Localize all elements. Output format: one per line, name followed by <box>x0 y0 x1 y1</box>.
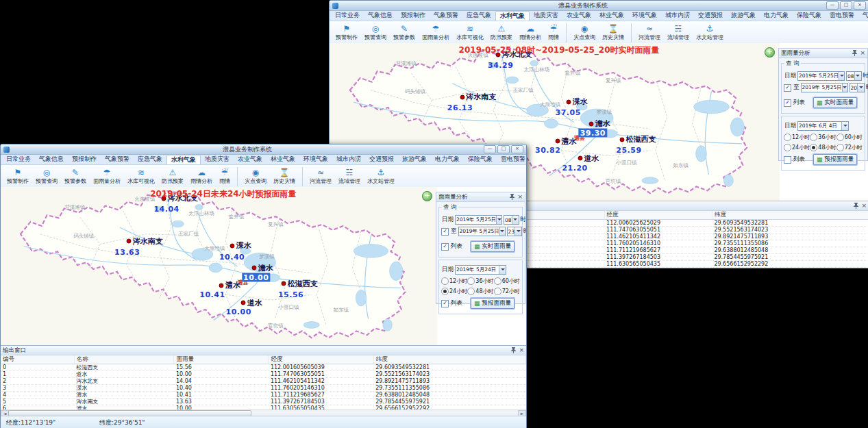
station-value-涔水北支[interactable]: 34.29 <box>488 61 513 70</box>
toolbar-button-面雨量分析[interactable]: ☂面雨量分析 <box>419 21 453 45</box>
toolbar-button-面雨量分析[interactable]: ☂面雨量分析 <box>90 165 124 188</box>
pin-icon[interactable] <box>852 50 857 56</box>
close-icon[interactable]: × <box>517 194 523 200</box>
tab-电力气象[interactable]: 电力气象 <box>760 11 793 21</box>
tab-交通预报[interactable]: 交通预报 <box>694 11 727 21</box>
realtime-area-rain-button[interactable]: ▦实时面雨量 <box>813 97 857 108</box>
tab-交通预报[interactable]: 交通预报 <box>365 155 398 164</box>
toolbar-button-预警制作[interactable]: ⚑预警制作 <box>3 165 32 188</box>
toolbar-button-防汛预案[interactable]: ⚠防汛预案 <box>487 21 516 45</box>
station-value-涔水北支[interactable]: 14.04 <box>153 205 179 214</box>
maximize-button[interactable]: □ <box>497 145 510 153</box>
tab-农业气象[interactable]: 农业气象 <box>234 155 266 164</box>
tab-气象信息[interactable]: 气象信息 <box>364 11 397 21</box>
toolbar-button-流域管理[interactable]: ☵流域管理 <box>664 21 693 45</box>
toolbar-button-水库可视化[interactable]: ≋水库可视化 <box>124 165 158 188</box>
toolbar-button-水文站管理[interactable]: ⚓水文站管理 <box>364 165 398 188</box>
maximize-button[interactable]: □ <box>840 1 852 10</box>
toolbar-button-预警查询[interactable]: ◎预警查询 <box>361 21 390 45</box>
toolbar-button-预警参数[interactable]: ✎预警参数 <box>390 21 419 45</box>
table-row[interactable]: 0松滋西支15.56112.00160560503929.60935495322… <box>1 364 526 371</box>
end-date-select[interactable]: 2019年 5月25日 <box>801 83 848 92</box>
toolbar-button-流域管理[interactable]: ☵流域管理 <box>335 165 364 188</box>
station-label-澹水[interactable]: 澹水 <box>589 118 610 129</box>
list-checkbox[interactable] <box>441 300 449 307</box>
station-value-澧水[interactable]: 30.82 <box>535 146 560 155</box>
duration-radio-36小时[interactable]: 36小时 <box>467 277 493 285</box>
end-hour-select[interactable]: 20 <box>850 83 865 92</box>
forecast-date-select[interactable]: 2019年 6月 4日 <box>797 121 849 131</box>
toolbar-button-预警参数[interactable]: ✎预警参数 <box>61 165 90 188</box>
tab-应急气象[interactable]: 应急气象 <box>462 11 495 21</box>
titlebar[interactable]: 澧县业务制作系统 — □ × <box>330 1 868 11</box>
map-area[interactable]: 2019-05-24日未来24小时预报面雨量 + 甘溪滩镇码头铺镇火连坡镇太浮山… <box>1 187 437 345</box>
pin-icon[interactable] <box>511 347 516 353</box>
station-value-涔水南支[interactable]: 26.13 <box>447 103 473 112</box>
titlebar[interactable]: 澧县业务制作系统 — □ × <box>1 144 526 155</box>
tab-农业气象[interactable]: 农业气象 <box>562 11 595 21</box>
start-hour-select[interactable]: 08 <box>846 71 862 81</box>
close-icon[interactable]: × <box>861 203 867 209</box>
station-label-道水[interactable]: 道水 <box>578 153 599 163</box>
tab-林业气象[interactable]: 林业气象 <box>595 11 628 21</box>
minimize-button[interactable]: — <box>484 145 496 153</box>
toolbar-button-防汛预案[interactable]: ⚠防汛预案 <box>158 165 187 188</box>
table-row[interactable]: 4澧水10.41111.71121968562729.6388012485048 <box>1 392 526 399</box>
tab-电力气象[interactable]: 电力气象 <box>431 155 464 164</box>
tab-气象信息[interactable]: 气象信息 <box>35 155 68 164</box>
tab-保险气象[interactable]: 保险气象 <box>793 11 826 21</box>
map-zoom-button[interactable]: + <box>422 191 432 201</box>
close-button[interactable]: × <box>511 145 523 153</box>
tab-雷电预警[interactable]: 雷电预警 <box>826 11 858 21</box>
start-date-select[interactable]: 2019年 5月25日 <box>455 215 502 225</box>
station-value-澧水[interactable]: 10.41 <box>199 290 225 299</box>
tab-应急气象[interactable]: 应急气象 <box>134 155 166 164</box>
toolbar-button-预警制作[interactable]: ⚑预警制作 <box>332 21 361 45</box>
pin-icon[interactable] <box>510 194 514 200</box>
forecast-area-rain-button[interactable]: ▦预报面雨量 <box>813 154 857 165</box>
station-value-渫水[interactable]: 37.05 <box>556 108 581 117</box>
pin-icon[interactable] <box>854 203 858 209</box>
duration-radio-24小时[interactable]: 24小时 <box>441 288 467 295</box>
station-label-松滋西支[interactable]: 松滋西支 <box>620 134 656 144</box>
tab-城市内涝[interactable]: 城市内涝 <box>332 155 365 164</box>
station-label-澧水[interactable]: 澧水 <box>219 280 240 290</box>
table-row[interactable]: 5涔水南支13.63111.39726718450329.78544559759… <box>1 399 526 405</box>
close-icon[interactable]: × <box>860 50 865 56</box>
tab-水利气象[interactable]: 水利气象 <box>495 11 530 21</box>
list-checkbox[interactable] <box>784 99 791 107</box>
station-label-渫水[interactable]: 渫水 <box>230 240 251 251</box>
tab-水利气象[interactable]: 水利气象 <box>166 155 201 164</box>
start-hour-select[interactable]: 08 <box>504 215 519 225</box>
duration-radio-12小时[interactable]: 12小时 <box>784 134 810 141</box>
duration-radio-72小时[interactable]: 72小时 <box>836 144 863 151</box>
station-value-澹水[interactable]: 10.00 <box>242 273 270 281</box>
duration-radio-72小时[interactable]: 72小时 <box>494 288 520 295</box>
toolbar-button-雨情[interactable]: ☔雨情 <box>216 165 234 188</box>
tab-旅游气象[interactable]: 旅游气象 <box>727 11 760 21</box>
table-row[interactable]: 1道水10.00111.74706305505129.5521563174023 <box>1 371 526 378</box>
to-checkbox[interactable] <box>784 84 791 92</box>
close-button[interactable]: × <box>854 1 866 10</box>
tab-保险气象[interactable]: 保险气象 <box>464 155 497 164</box>
station-value-道水[interactable]: 10.00 <box>226 307 251 316</box>
station-label-澧水[interactable]: 澧水 <box>555 136 576 146</box>
tab-城市内涝[interactable]: 城市内涝 <box>661 11 694 21</box>
list-checkbox[interactable] <box>784 156 791 164</box>
list-checkbox[interactable] <box>441 243 449 251</box>
station-value-渫水[interactable]: 10.40 <box>219 252 245 261</box>
duration-radio-12小时[interactable]: 12小时 <box>441 277 467 285</box>
forecast-area-rain-button[interactable]: ▦预报面雨量 <box>471 298 514 309</box>
tab-日常业务[interactable]: 日常业务 <box>2 155 35 164</box>
close-icon[interactable]: × <box>519 347 524 353</box>
tab-环境气象[interactable]: 环境气象 <box>628 11 661 21</box>
toolbar-button-历史灾情[interactable]: ⌛历史灾情 <box>599 21 628 45</box>
forecast-date-select[interactable]: 2019年 5月24日 <box>455 265 506 275</box>
tab-预报制作[interactable]: 预报制作 <box>68 155 101 164</box>
duration-radio-36小时[interactable]: 36小时 <box>810 134 836 141</box>
tab-气象预警[interactable]: 气象预警 <box>101 155 134 164</box>
toolbar-button-预警查询[interactable]: ◎预警查询 <box>32 165 61 188</box>
tab-预报制作[interactable]: 预报制作 <box>397 11 430 21</box>
station-value-澹水[interactable]: 39.30 <box>579 129 607 138</box>
table-row[interactable]: 2涔水北支14.04111.46210541134229.89214757118… <box>1 378 526 385</box>
